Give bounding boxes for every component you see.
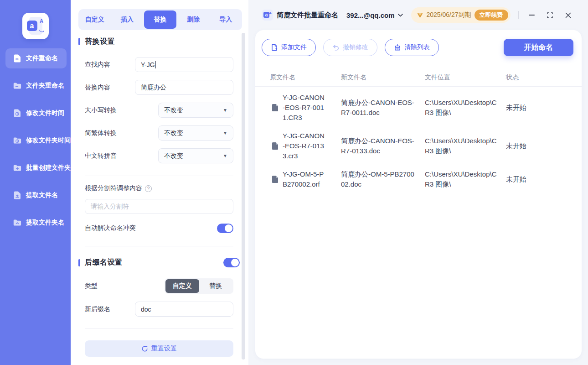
minimize-button[interactable] — [526, 10, 537, 21]
dropdown-arrow-icon: ▼ — [223, 130, 227, 136]
maximize-icon — [547, 12, 553, 18]
file-location: C:\Users\XU\Desktop\CR3 图像\ — [425, 137, 497, 155]
chevron-down-icon — [398, 14, 403, 17]
type-option-custom[interactable]: 自定义 — [165, 279, 199, 293]
old-file-name: Y-JG-OM-5-PB270002.orf — [283, 169, 326, 189]
undo-changes-button[interactable]: 撤销修改 — [323, 39, 377, 56]
sidebar-item-extract-filename[interactable]: 提取文件名 — [5, 185, 67, 205]
sidebar-item-label: 修改文件夹时间 — [26, 136, 71, 145]
new-file-name: 简鹿办公-OM-5-PB270002.doc — [341, 170, 414, 188]
section-accent-bar — [78, 259, 80, 266]
zh-convert-label: 简繁体转换 — [85, 129, 117, 137]
section-accent-bar — [78, 38, 80, 45]
maximize-button[interactable] — [544, 10, 555, 21]
toolbar: 添加文件 撤销修改 清除列表 开始命名 — [255, 30, 582, 56]
file-location: C:\Users\XU\Desktop\CR3 图像\ — [425, 99, 497, 116]
tab-insert[interactable]: 插入 — [111, 10, 143, 29]
sidebar-item-extract-foldername[interactable]: 提取文件夹名 — [5, 213, 67, 233]
splitter-adjust-label: 根据分割符调整内容 — [85, 184, 142, 193]
undo-icon — [332, 44, 340, 51]
sidebar-item-label: 文件夹重命名 — [26, 82, 64, 90]
splitter-placeholder: 请输入分割符 — [91, 203, 129, 211]
panel-scrollbar[interactable] — [242, 33, 245, 360]
sidebar-item-label: 文件重命名 — [26, 54, 58, 63]
divider — [85, 176, 233, 176]
col-new-name: 新文件名 — [333, 73, 417, 82]
type-label: 类型 — [85, 282, 98, 290]
account-dropdown[interactable]: 392...@qq.com — [346, 11, 403, 19]
divider — [85, 328, 233, 328]
tab-replace[interactable]: 替换 — [144, 10, 176, 29]
close-button[interactable] — [562, 10, 573, 21]
text-caret — [155, 61, 156, 68]
logo-swap-arrow-icon — [39, 30, 45, 33]
suffix-toggle[interactable] — [223, 258, 240, 267]
case-convert-value: 不改变 — [164, 106, 183, 115]
table-row[interactable]: Y-JG-OM-5-PB270002.orf 简鹿办公-OM-5-PB27000… — [255, 165, 582, 193]
refresh-icon — [141, 345, 148, 352]
help-icon[interactable]: ? — [145, 185, 152, 192]
dropdown-arrow-icon: ▼ — [223, 153, 227, 158]
replace-content-label: 替换内容 — [85, 83, 110, 92]
file-list-card: 添加文件 撤销修改 清除列表 开始命名 原文件名 新文件名 文件位置 状态 Y-… — [255, 30, 582, 359]
type-option-replace[interactable]: 替换 — [199, 279, 233, 293]
replace-content-value: 简鹿办公 — [141, 83, 166, 92]
folder-rename-icon — [12, 81, 22, 91]
find-content-input[interactable]: Y-JG — [135, 57, 233, 72]
sidebar-item-folder-rename[interactable]: 文件夹重命名 — [5, 76, 67, 96]
col-status: 状态 — [498, 73, 575, 82]
file-status: 未开始 — [498, 141, 575, 151]
auto-conflict-toggle[interactable] — [217, 224, 233, 233]
sidebar-item-batch-create-folder[interactable]: 批量创建文件夹 — [5, 158, 67, 178]
table-row[interactable]: Y-JG-CANON-EOS-R7-0011.CR3 简鹿办公-CANON-EO… — [255, 89, 582, 127]
tab-custom[interactable]: 自定义 — [78, 10, 111, 29]
reset-settings-button[interactable]: 重置设置 — [85, 340, 233, 357]
pinyin-convert-select[interactable]: 不改变 ▼ — [158, 148, 233, 163]
auto-conflict-label: 自动解决命名冲突 — [85, 224, 136, 232]
license-badge: 2025/06/27到期 立即续费 — [411, 7, 511, 23]
renew-button[interactable]: 立即续费 — [475, 10, 508, 21]
clear-list-button[interactable]: 清除列表 — [385, 39, 439, 56]
mode-tabbar: 自定义 插入 替换 删除 导入 — [78, 9, 242, 30]
window-controls — [518, 10, 573, 21]
pinyin-convert-value: 不改变 — [164, 152, 183, 160]
new-suffix-label: 新后缀名 — [85, 305, 110, 313]
add-files-button[interactable]: 添加文件 — [262, 39, 316, 56]
start-rename-button[interactable]: 开始命名 — [504, 39, 573, 56]
file-extract-icon — [12, 190, 22, 200]
case-convert-label: 大小写转换 — [85, 106, 117, 115]
zh-convert-value: 不改变 — [164, 129, 183, 137]
sidebar-item-label: 提取文件名 — [26, 191, 58, 199]
file-icon — [272, 176, 278, 183]
old-file-name: Y-JG-CANON-EOS-R7-0133.cr3 — [283, 131, 326, 161]
new-file-name: 简鹿办公-CANON-EOS-R7-0011.doc — [341, 99, 414, 116]
tab-import[interactable]: 导入 — [210, 10, 242, 29]
add-file-icon — [271, 44, 278, 51]
undo-changes-label: 撤销修改 — [343, 43, 368, 52]
table-row[interactable]: Y-JG-CANON-EOS-R7-0133.cr3 简鹿办公-CANON-EO… — [255, 127, 582, 165]
logo-letter-A: A — [269, 11, 272, 15]
clear-list-label: 清除列表 — [404, 43, 430, 52]
logo-letter-a: a — [27, 21, 37, 31]
logo-letter-A: A — [40, 18, 44, 25]
settings-panel: 自定义 插入 替换 删除 导入 替换设置 查找内容 Y-JG 替换内容 简鹿办公… — [71, 0, 248, 365]
folder-create-icon — [12, 163, 22, 173]
case-convert-select[interactable]: 不改变 ▼ — [158, 103, 233, 118]
replace-content-input[interactable]: 简鹿办公 — [135, 80, 233, 95]
folder-time-icon — [12, 136, 22, 146]
tab-delete[interactable]: 删除 — [177, 10, 209, 29]
file-icon — [272, 104, 278, 111]
zh-convert-select[interactable]: 不改变 ▼ — [158, 125, 233, 141]
col-old-name: 原文件名 — [262, 73, 333, 82]
section-title: 替换设置 — [85, 37, 115, 47]
sidebar-item-file-time[interactable]: 修改文件时间 — [5, 103, 67, 123]
sidebar-item-file-rename[interactable]: 文件重命名 — [5, 48, 67, 68]
new-suffix-value: doc — [141, 306, 151, 313]
folder-extract-icon — [12, 218, 22, 228]
dropdown-arrow-icon: ▼ — [223, 108, 227, 113]
new-suffix-input[interactable]: doc — [135, 302, 233, 317]
file-status: 未开始 — [498, 174, 575, 184]
sidebar-item-folder-time[interactable]: 修改文件夹时间 — [5, 130, 67, 151]
splitter-input[interactable]: 请输入分割符 — [85, 199, 233, 214]
app-mini-icon: a A — [262, 10, 273, 21]
